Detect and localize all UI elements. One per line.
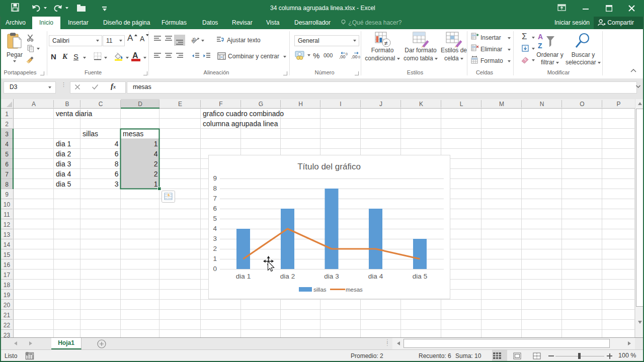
- svg-text:,00: ,00: [339, 54, 346, 59]
- svg-text:0: 0: [346, 52, 348, 56]
- svg-text:P: P: [616, 101, 620, 108]
- svg-text:L: L: [460, 101, 463, 108]
- svg-text:6: 6: [115, 170, 119, 178]
- svg-text:22: 22: [4, 322, 11, 329]
- svg-text:dia 5: dia 5: [56, 180, 71, 188]
- svg-text:3: 3: [115, 180, 119, 188]
- svg-text:15: 15: [4, 251, 11, 258]
- svg-text:12: 12: [4, 221, 11, 228]
- svg-text:dia 4: dia 4: [368, 273, 383, 280]
- svg-text:17: 17: [4, 272, 11, 279]
- svg-text:sillas: sillas: [83, 130, 98, 138]
- svg-text:11: 11: [4, 211, 10, 218]
- svg-text:dia 3: dia 3: [56, 160, 71, 168]
- svg-text:sillas: sillas: [313, 287, 327, 293]
- svg-text:0: 0: [213, 265, 217, 273]
- svg-text:mesas: mesas: [123, 130, 143, 138]
- svg-text:H: H: [298, 101, 303, 108]
- svg-text:mesas: mesas: [346, 287, 363, 293]
- svg-text:0: 0: [358, 55, 360, 59]
- svg-text:venta diaria: venta diaria: [56, 110, 93, 118]
- svg-text:8: 8: [213, 185, 217, 192]
- svg-text:dia 4: dia 4: [56, 170, 71, 178]
- svg-text:6: 6: [213, 205, 217, 212]
- svg-text:3: 3: [213, 235, 217, 242]
- svg-text:5: 5: [213, 215, 217, 222]
- svg-text:D: D: [138, 101, 142, 108]
- svg-text:grafico cuadro combinado: grafico cuadro combinado: [203, 110, 284, 118]
- svg-text:16: 16: [4, 261, 11, 268]
- svg-text:6: 6: [115, 150, 119, 158]
- svg-text:K: K: [419, 101, 423, 108]
- svg-text:1: 1: [154, 180, 158, 188]
- svg-text:B: B: [65, 101, 69, 108]
- svg-text:2: 2: [154, 170, 158, 178]
- svg-text:21: 21: [4, 312, 11, 319]
- svg-text:E: E: [178, 101, 182, 108]
- svg-text:5: 5: [5, 151, 9, 158]
- svg-text:I: I: [340, 101, 341, 108]
- svg-text:23: 23: [4, 332, 11, 338]
- svg-text:2: 2: [5, 121, 9, 128]
- svg-text:14: 14: [4, 241, 11, 248]
- svg-text:F: F: [219, 101, 222, 108]
- svg-text:13: 13: [4, 231, 11, 238]
- svg-text:8: 8: [5, 181, 9, 188]
- svg-text:18: 18: [4, 282, 11, 289]
- svg-text:8: 8: [115, 160, 119, 168]
- svg-text:columna agrupada linea: columna agrupada linea: [203, 120, 278, 128]
- svg-text:Z: Z: [538, 42, 542, 50]
- svg-text:dia 3: dia 3: [324, 273, 339, 280]
- svg-text:4: 4: [213, 225, 217, 232]
- svg-text:1: 1: [5, 111, 9, 118]
- svg-text:N: N: [540, 101, 544, 108]
- svg-text:,00: ,00: [351, 54, 358, 59]
- svg-text:4: 4: [154, 150, 158, 158]
- svg-text:M: M: [499, 101, 504, 108]
- svg-text:1: 1: [213, 255, 217, 262]
- svg-text:20: 20: [4, 302, 11, 309]
- svg-text:J: J: [379, 101, 382, 108]
- svg-text:O: O: [580, 101, 584, 108]
- svg-text:4: 4: [5, 141, 9, 148]
- svg-text:Título del gráfico: Título del gráfico: [297, 162, 361, 171]
- svg-text:19: 19: [4, 292, 11, 299]
- svg-text:10: 10: [4, 201, 11, 208]
- svg-text:1: 1: [154, 140, 158, 148]
- svg-text:9: 9: [213, 174, 217, 182]
- svg-text:7: 7: [213, 195, 217, 202]
- svg-text:7: 7: [5, 171, 9, 178]
- svg-text:2: 2: [213, 245, 217, 252]
- svg-text:G: G: [259, 101, 263, 108]
- svg-text:A: A: [538, 33, 543, 41]
- svg-text:dia 1: dia 1: [236, 273, 251, 280]
- svg-text:ab: ab: [191, 36, 197, 43]
- svg-text:2: 2: [154, 160, 158, 168]
- svg-text:4: 4: [115, 140, 119, 148]
- svg-text:≠: ≠: [384, 40, 388, 47]
- svg-text:dia 2: dia 2: [56, 150, 71, 158]
- svg-text:dia 1: dia 1: [56, 140, 71, 148]
- svg-text:3: 3: [5, 131, 9, 138]
- svg-text:C: C: [99, 101, 103, 108]
- svg-text:6: 6: [5, 161, 9, 168]
- svg-text:9: 9: [5, 191, 9, 198]
- svg-text:dia 5: dia 5: [413, 273, 427, 280]
- svg-text:dia 2: dia 2: [280, 273, 295, 280]
- svg-text:A: A: [32, 101, 36, 108]
